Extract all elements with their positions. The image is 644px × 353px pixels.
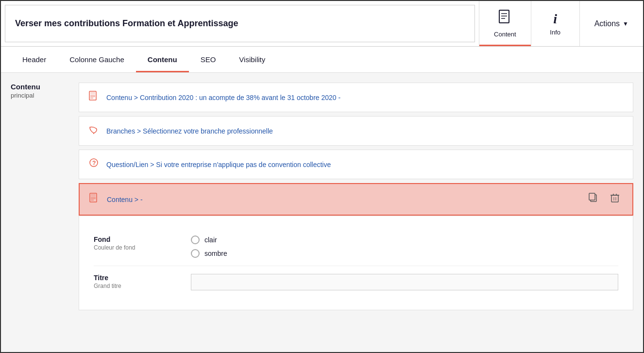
tabs-row: Header Colonne Gauche Contenu SEO Visibi… bbox=[1, 47, 643, 73]
svg-rect-13 bbox=[91, 194, 96, 196]
radio-circle-clair bbox=[191, 235, 200, 244]
question-icon: ? bbox=[89, 158, 99, 171]
document-icon bbox=[89, 193, 99, 206]
tab-visibility[interactable]: Visibility bbox=[227, 47, 277, 72]
sidebar-label-sub: principal bbox=[11, 92, 69, 99]
list-item-selected[interactable]: Contenu > - bbox=[79, 183, 633, 216]
fond-label: Fond Couleur de fond bbox=[94, 235, 191, 251]
tab-info[interactable]: i Info bbox=[531, 1, 579, 46]
titre-input[interactable] bbox=[191, 274, 618, 290]
titre-label-main: Titre bbox=[94, 274, 191, 282]
fond-label-main: Fond bbox=[94, 235, 191, 243]
radio-sombre[interactable]: sombre bbox=[191, 249, 618, 258]
titre-field bbox=[191, 274, 618, 290]
radio-label-sombre: sombre bbox=[204, 250, 227, 257]
leaf-icon bbox=[89, 124, 99, 137]
content-list: Contenu > Contribution 2020 : un acompte… bbox=[79, 83, 633, 342]
main-window: Verser mes contributions Formation et Ap… bbox=[0, 0, 644, 353]
content-area: Contenu principal bbox=[1, 73, 643, 352]
radio-group-fond: clair sombre bbox=[191, 235, 618, 258]
tab-content[interactable]: Content bbox=[479, 1, 531, 46]
page-title: Verser mes contributions Formation et Ap… bbox=[15, 18, 238, 29]
header-bar: Verser mes contributions Formation et Ap… bbox=[1, 1, 643, 47]
svg-rect-18 bbox=[589, 193, 595, 200]
list-item-text: Branches > Sélectionnez votre branche pr… bbox=[106, 127, 273, 135]
svg-rect-0 bbox=[499, 10, 509, 23]
titre-row: Titre Grand titre bbox=[94, 266, 618, 298]
chevron-down-icon: ▼ bbox=[623, 20, 628, 27]
tab-colonne-gauche[interactable]: Colonne Gauche bbox=[58, 47, 136, 72]
main-content: Header Colonne Gauche Contenu SEO Visibi… bbox=[1, 47, 643, 352]
sidebar-label-main: Contenu bbox=[11, 83, 69, 91]
titre-label-sub: Grand titre bbox=[94, 283, 191, 289]
info-icon: i bbox=[553, 11, 557, 27]
fond-row: Fond Couleur de fond clair bbox=[94, 228, 618, 266]
content-tab-label: Content bbox=[494, 31, 516, 38]
tab-seo[interactable]: SEO bbox=[189, 47, 228, 72]
title-area: Verser mes contributions Formation et Ap… bbox=[5, 5, 475, 42]
copy-button[interactable] bbox=[586, 192, 601, 207]
svg-rect-19 bbox=[611, 195, 618, 202]
radio-clair[interactable]: clair bbox=[191, 235, 618, 244]
tab-contenu[interactable]: Contenu bbox=[136, 47, 189, 72]
svg-text:?: ? bbox=[92, 160, 96, 167]
detail-panel: Fond Couleur de fond clair bbox=[79, 216, 633, 310]
list-item-text: Question/Lien > Si votre entreprise n'ap… bbox=[106, 161, 331, 168]
radio-label-clair: clair bbox=[204, 236, 217, 244]
list-item[interactable]: Contenu > Contribution 2020 : un acompte… bbox=[79, 83, 633, 112]
fond-field: clair sombre bbox=[191, 235, 618, 258]
selected-item-actions bbox=[586, 192, 623, 207]
fond-label-sub: Couleur de fond bbox=[94, 244, 191, 251]
content-icon bbox=[498, 10, 512, 29]
svg-rect-5 bbox=[90, 92, 95, 94]
sidebar-label: Contenu principal bbox=[11, 83, 69, 342]
header-actions: Content i Info Actions ▼ bbox=[479, 1, 643, 46]
list-item[interactable]: ? Question/Lien > Si votre entreprise n'… bbox=[79, 150, 633, 179]
list-item[interactable]: Branches > Sélectionnez votre branche pr… bbox=[79, 116, 633, 146]
delete-button[interactable] bbox=[607, 192, 623, 207]
list-item-text: Contenu > - bbox=[107, 196, 143, 203]
list-item-text: Contenu > Contribution 2020 : un acompte… bbox=[106, 94, 340, 101]
actions-label: Actions bbox=[594, 19, 620, 28]
titre-label: Titre Grand titre bbox=[94, 274, 191, 289]
tab-actions[interactable]: Actions ▼ bbox=[579, 1, 643, 46]
tab-header[interactable]: Header bbox=[11, 47, 58, 72]
radio-circle-sombre bbox=[191, 249, 200, 258]
document-icon bbox=[89, 91, 99, 104]
info-tab-label: Info bbox=[550, 29, 560, 36]
